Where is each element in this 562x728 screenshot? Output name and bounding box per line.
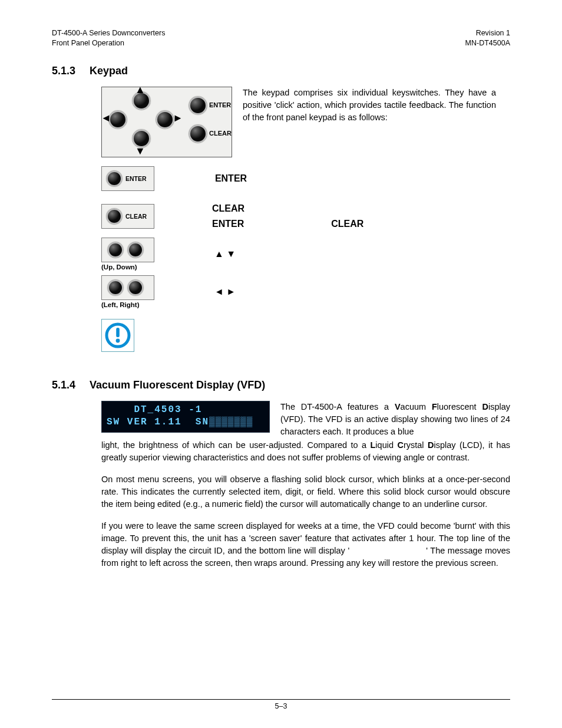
cell-lr-img: (Left, Right) xyxy=(101,275,196,308)
cell-clear-name: CLEAR ENTER CLEAR xyxy=(196,201,266,231)
right-arrow-icon: ► xyxy=(173,112,183,124)
heading-vfd-num: 5.1.4 xyxy=(52,379,75,391)
vfd-para-1a: The DT-4500-A features a Vacuum Fluoresc… xyxy=(280,401,510,438)
header-left: DT-4500-A Series Downconverters Front Pa… xyxy=(52,28,165,48)
keypad-top-row: ▲ ▼ ◄ ► ENTER CLEAR The keypad comprises… xyxy=(101,87,510,157)
vfd-line1: DT_4503 -1 xyxy=(107,404,265,417)
enter-label: ENTER xyxy=(209,101,231,108)
enter-button xyxy=(189,97,207,114)
b-c: C xyxy=(397,440,403,450)
heading-text: Keypad xyxy=(90,65,128,77)
vfd-para-1b: light, the brightness of which can be us… xyxy=(101,439,510,464)
row-leftright: (Left, Right) ◄ ► xyxy=(101,273,510,311)
important-icon xyxy=(101,319,134,352)
page-header: DT-4500-A Series Downconverters Front Pa… xyxy=(52,28,510,48)
p1a: The DT-4500-A features a xyxy=(280,402,395,411)
p1b: acuum xyxy=(401,402,432,411)
clear-mini: CLEAR xyxy=(101,204,154,229)
enter-link: ENTER xyxy=(212,216,244,232)
cell-enter-name: ENTER xyxy=(196,173,266,184)
row-clear: CLEAR CLEAR ENTER CLEAR xyxy=(101,197,510,235)
header-sub: Front Panel Operation xyxy=(52,38,165,48)
lr-sub: (Left, Right) xyxy=(101,301,196,308)
header-doc: MN-DT4500A xyxy=(465,38,510,48)
clear-mini-label: CLEAR xyxy=(125,213,147,220)
up-arrow-icon: ▲ xyxy=(135,84,146,96)
heading-vfd: 5.1.4Vacuum Fluorescent Display (VFD) xyxy=(52,379,510,391)
left-button xyxy=(109,111,127,129)
p1g: rystal xyxy=(404,440,428,450)
vfd-line2-text: SW VER 1.11 SN xyxy=(107,417,209,427)
updown-mini xyxy=(101,238,154,262)
vfd-display: DT_4503 -1 SW VER 1.11 SN▓▓▓▓▓▓▓ xyxy=(101,401,270,433)
cell-lr-name: ◄ ► xyxy=(196,286,266,297)
vfd-row: DT_4503 -1 SW VER 1.11 SN▓▓▓▓▓▓▓ The DT-… xyxy=(101,401,510,438)
heading-vfd-text: Vacuum Fluorescent Display (VFD) xyxy=(90,379,265,391)
keypad-table: ENTER ENTER CLEAR CLEAR ENTER CLEAR xyxy=(101,160,510,311)
vfd-para-3: If you were to leave the same screen dis… xyxy=(101,520,510,569)
page-number: 5–3 xyxy=(275,702,287,710)
p1e: light, the brightness of which can be us… xyxy=(101,440,370,450)
enter-mini-button xyxy=(107,171,122,186)
vfd-blur: ▓▓▓▓▓▓▓ xyxy=(209,417,253,427)
cell-clear-img: CLEAR xyxy=(101,204,196,229)
vfd-para-2: On most menu screens, you will observe a… xyxy=(101,473,510,510)
enter-mini-label: ENTER xyxy=(125,175,147,182)
cell-enter-img: ENTER xyxy=(101,166,196,191)
clear-label: CLEAR xyxy=(209,130,232,137)
header-rev: Revision 1 xyxy=(465,28,510,38)
lr-mini xyxy=(101,275,154,300)
b-d2: D xyxy=(428,440,434,450)
keypad-image: ▲ ▼ ◄ ► ENTER CLEAR xyxy=(101,87,232,157)
updown-sub: (Up, Down) xyxy=(101,263,196,271)
p1f: iquid xyxy=(375,440,397,450)
keypad-intro: The keypad comprises six individual keys… xyxy=(243,87,496,124)
heading-keypad: 5.1.3Keypad xyxy=(52,65,510,77)
clear-link: CLEAR xyxy=(331,216,363,232)
clear-big: CLEAR xyxy=(212,201,266,216)
left-mini-button xyxy=(108,280,123,295)
b-l: L xyxy=(370,440,375,450)
p1c: luorescent xyxy=(437,402,482,411)
clear-button xyxy=(189,125,207,143)
down-mini-button xyxy=(128,242,143,258)
cell-updown-img: (Up, Down) xyxy=(101,238,196,271)
b-d: D xyxy=(482,402,488,411)
header-title: DT-4500-A Series Downconverters xyxy=(52,28,165,38)
row-enter: ENTER ENTER xyxy=(101,160,510,197)
b-f: F xyxy=(432,402,437,411)
b-v: V xyxy=(395,402,401,411)
left-arrow-icon: ◄ xyxy=(101,112,111,124)
page-footer: 5–3 xyxy=(52,699,510,710)
enter-mini: ENTER xyxy=(101,166,154,191)
down-arrow-icon: ▼ xyxy=(135,145,146,157)
vfd-line2: SW VER 1.11 SN▓▓▓▓▓▓▓ xyxy=(107,416,265,429)
keypad-block: ▲ ▼ ◄ ► ENTER CLEAR The keypad comprises… xyxy=(101,87,510,352)
up-mini-button xyxy=(108,242,123,258)
cell-updown-name: ▲ ▼ xyxy=(196,249,266,259)
svg-point-2 xyxy=(116,338,120,342)
svg-rect-1 xyxy=(116,328,120,337)
vfd-section: DT_4503 -1 SW VER 1.11 SN▓▓▓▓▓▓▓ The DT-… xyxy=(101,401,510,569)
heading-num: 5.1.3 xyxy=(52,65,75,77)
row-updown: (Up, Down) ▲ ▼ xyxy=(101,235,510,273)
right-button xyxy=(156,111,174,129)
right-mini-button xyxy=(128,280,143,295)
clear-mini-button xyxy=(107,209,122,224)
header-right: Revision 1 MN-DT4500A xyxy=(465,28,510,48)
